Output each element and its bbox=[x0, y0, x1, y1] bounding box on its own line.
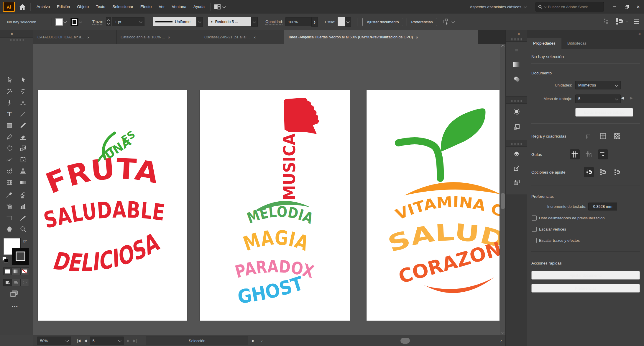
artboard-number-select[interactable]: 5 bbox=[90, 337, 124, 345]
stroke-proxy[interactable] bbox=[12, 248, 29, 265]
last-artboard-button[interactable]: ▶| bbox=[132, 339, 139, 343]
horizontal-scrollbar[interactable]: › bbox=[264, 335, 505, 346]
stroke-weight-stepper[interactable] bbox=[106, 17, 111, 26]
vertical-scrollbar[interactable] bbox=[500, 44, 506, 335]
fill-color-control[interactable] bbox=[55, 18, 66, 26]
hand-tool[interactable] bbox=[5, 225, 14, 234]
column-graph-tool[interactable] bbox=[19, 202, 27, 211]
dock-gripper[interactable] bbox=[511, 143, 522, 145]
selection-tool[interactable] bbox=[5, 76, 14, 84]
units-select[interactable]: Milímetros bbox=[575, 81, 621, 89]
previous-artboard-button[interactable]: ◀ bbox=[82, 339, 88, 343]
vertical-scroll-thumb[interactable] bbox=[501, 193, 505, 209]
edit-artboards-button[interactable]: Editar mesas de trabajo bbox=[575, 108, 633, 117]
previous-artboard-nav[interactable]: ◀ bbox=[621, 96, 624, 100]
tab-bibliotecas[interactable]: Bibliotecas bbox=[561, 38, 592, 49]
menu-edicion[interactable]: Edición bbox=[53, 0, 73, 14]
symbol-sprayer-tool[interactable] bbox=[5, 202, 14, 211]
paintbrush-tool[interactable] bbox=[19, 121, 27, 130]
adobe-stock-search[interactable]: Buscar en Adobe Stock bbox=[535, 2, 604, 12]
menu-objeto[interactable]: Objeto bbox=[73, 0, 92, 14]
close-tab-icon[interactable]: × bbox=[87, 35, 90, 40]
snap-to-grid-toggle[interactable] bbox=[598, 167, 608, 177]
scale-tool[interactable] bbox=[19, 144, 27, 153]
quick-fit-document-button[interactable]: Ajustar documento bbox=[531, 271, 640, 280]
collapse-right-icon[interactable]: » bbox=[638, 31, 640, 36]
type-tool[interactable]: T bbox=[5, 110, 14, 119]
shape-builder-tool[interactable] bbox=[5, 167, 14, 175]
mesh-tool[interactable] bbox=[5, 178, 14, 187]
close-button[interactable]: × bbox=[632, 2, 644, 12]
status-display[interactable]: Selección bbox=[146, 337, 248, 345]
scroll-up-button[interactable] bbox=[500, 44, 506, 49]
quick-preferences-button[interactable]: Preferencias bbox=[531, 284, 640, 293]
minimize-button[interactable] bbox=[609, 2, 620, 12]
grid-toggle[interactable] bbox=[598, 131, 608, 141]
restore-button[interactable] bbox=[620, 2, 632, 12]
next-artboard-button[interactable]: ▶ bbox=[125, 339, 132, 343]
draw-normal-button[interactable] bbox=[3, 279, 12, 286]
collapse-dock-icon[interactable]: « bbox=[518, 31, 520, 36]
close-tab-icon[interactable]: × bbox=[416, 35, 418, 40]
dock-gripper[interactable] bbox=[511, 38, 522, 40]
collapse-panel-icon[interactable]: « bbox=[11, 31, 13, 36]
lock-guides-toggle[interactable] bbox=[584, 149, 594, 159]
rectangle-tool[interactable] bbox=[5, 121, 14, 130]
preview-bounds-checkbox[interactable] bbox=[532, 216, 537, 221]
shaper-tool[interactable] bbox=[5, 133, 14, 141]
document-tab-active[interactable]: Tarea -Angelica Huertas Negron.ai al 50%… bbox=[284, 30, 478, 44]
artboards-panel-icon[interactable] bbox=[512, 123, 521, 131]
default-fill-stroke-icon[interactable] bbox=[2, 257, 9, 263]
screen-mode-button[interactable] bbox=[9, 290, 18, 298]
free-transform-tool[interactable] bbox=[19, 155, 27, 164]
illustrator-logo[interactable]: Ai bbox=[3, 2, 15, 12]
snap-to-pixel-toggle[interactable] bbox=[612, 167, 622, 177]
next-artboard-nav[interactable]: ▶ bbox=[630, 96, 633, 100]
tab-propiedades[interactable]: Propiedades bbox=[527, 38, 561, 49]
dock-gripper[interactable] bbox=[511, 100, 522, 102]
pen-tool[interactable] bbox=[5, 98, 14, 107]
zoom-level-select[interactable]: 50% bbox=[37, 337, 71, 345]
eyedropper-tool[interactable] bbox=[5, 190, 14, 199]
document-tab[interactable]: CATALOGO OFICIAL.ai* a... × bbox=[33, 30, 116, 44]
artboard-tool[interactable] bbox=[5, 213, 14, 222]
transparency-grid-toggle[interactable] bbox=[612, 131, 622, 141]
swap-fill-stroke-icon[interactable]: ⇄ bbox=[23, 239, 27, 244]
scroll-left-button[interactable]: ‹ bbox=[259, 338, 264, 343]
more-tools-icon[interactable]: ••• bbox=[12, 304, 18, 309]
width-tool[interactable] bbox=[5, 155, 14, 164]
rulers-toggle[interactable] bbox=[584, 131, 594, 141]
transparency-panel-icon[interactable] bbox=[512, 75, 521, 84]
menu-ver[interactable]: Ver bbox=[155, 0, 168, 14]
perspective-grid-tool[interactable] bbox=[19, 167, 27, 175]
menu-texto[interactable]: Texto bbox=[92, 0, 109, 14]
lasso-tool[interactable] bbox=[19, 87, 27, 96]
close-tab-icon[interactable]: × bbox=[168, 35, 170, 40]
opacity-more-button[interactable]: ❯ bbox=[311, 17, 318, 27]
brush-select[interactable]: ● Redondo 5 ... bbox=[208, 17, 258, 27]
style-select[interactable] bbox=[338, 17, 351, 27]
first-artboard-button[interactable]: |◀ bbox=[75, 339, 82, 343]
menu-seleccionar[interactable]: Seleccionar bbox=[109, 0, 137, 14]
snap-grid-toggle[interactable] bbox=[603, 18, 609, 26]
layers-panel-icon[interactable] bbox=[512, 150, 521, 159]
menu-ayuda[interactable]: Ayuda bbox=[190, 0, 208, 14]
export-panel-icon[interactable] bbox=[512, 164, 521, 173]
gradient-tool[interactable] bbox=[19, 178, 27, 187]
magic-wand-tool[interactable] bbox=[5, 87, 14, 96]
canvas[interactable]: ES UNA FRUTA SALUDABLE DELICIOSA bbox=[33, 44, 500, 335]
arrange-documents-button[interactable] bbox=[214, 4, 225, 9]
eraser-tool[interactable] bbox=[19, 133, 27, 141]
stroke-color-control[interactable] bbox=[70, 18, 82, 26]
show-guides-toggle[interactable] bbox=[570, 149, 580, 159]
symbols-panel-icon[interactable] bbox=[512, 107, 521, 116]
scroll-down-button[interactable] bbox=[500, 330, 506, 335]
document-tab[interactable]: Catalogo ahn.ai al 100% ... × bbox=[116, 30, 200, 44]
draw-behind-button[interactable] bbox=[12, 279, 20, 286]
isolate-selection-button[interactable] bbox=[442, 18, 454, 25]
scale-strokes-checkbox[interactable] bbox=[532, 238, 537, 243]
curvature-tool[interactable] bbox=[19, 98, 27, 107]
menu-efecto[interactable]: Efecto bbox=[137, 0, 155, 14]
snap-to-point-toggle[interactable] bbox=[584, 167, 594, 177]
pages-panel-icon[interactable] bbox=[512, 178, 521, 187]
